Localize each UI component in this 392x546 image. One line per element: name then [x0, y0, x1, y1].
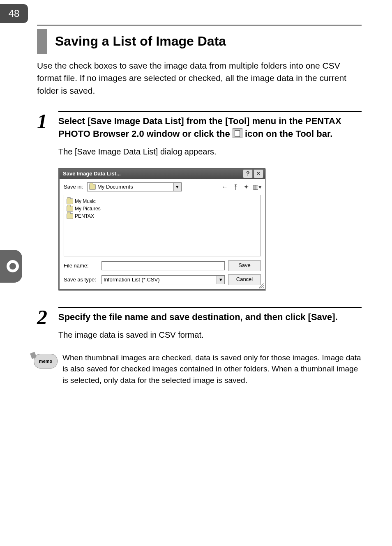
- intro-paragraph: Use the check boxes to save the image da…: [37, 60, 362, 97]
- folder-icon: [67, 198, 73, 204]
- save-in-dropdown[interactable]: My Documents ▾: [87, 182, 182, 191]
- step-1-description: The [Save Image Data List] dialog appear…: [58, 147, 362, 157]
- up-one-level-icon[interactable]: ⭱: [231, 183, 240, 191]
- step-1-number: 1: [37, 111, 58, 157]
- step-1-title: Select [Save Image Data List] from the […: [58, 115, 362, 141]
- help-button[interactable]: ?: [243, 169, 253, 178]
- save-list-toolbar-icon: [233, 128, 242, 138]
- folder-icon: [67, 213, 73, 219]
- file-name-label: File name:: [64, 263, 98, 269]
- page-number: 48: [9, 8, 20, 19]
- save-as-type-dropdown[interactable]: Information List (*.CSV) ▾: [101, 275, 225, 284]
- save-in-value: My Documents: [97, 184, 133, 190]
- step-2-title: Specify the file name and save destinati…: [58, 311, 362, 324]
- section-heading: Saving a List of Image Data: [37, 25, 362, 49]
- list-item[interactable]: My Music: [67, 198, 258, 205]
- file-list-area[interactable]: My Music My Pictures PENTAX: [64, 195, 261, 256]
- memo-text: When thumbnail images are checked, data …: [62, 352, 362, 386]
- save-in-label: Save in:: [64, 184, 83, 190]
- resize-grip-icon[interactable]: [259, 283, 264, 288]
- dialog-title: Save Image Data List...: [63, 170, 242, 177]
- view-menu-icon[interactable]: ▥▾: [253, 183, 261, 191]
- folder-icon: [89, 184, 96, 190]
- close-button[interactable]: ×: [254, 169, 263, 178]
- memo-label: memo: [39, 359, 52, 364]
- save-as-type-label: Save as type:: [64, 276, 98, 283]
- dropdown-arrow-icon[interactable]: ▾: [173, 183, 181, 191]
- folder-icon: [67, 206, 73, 212]
- step-2-number: 2: [37, 307, 58, 340]
- new-folder-icon[interactable]: ✦: [242, 183, 250, 191]
- section-title: Saving a List of Image Data: [37, 27, 362, 49]
- side-tab-marker: [0, 250, 22, 283]
- dialog-titlebar[interactable]: Save Image Data List... ? ×: [60, 168, 265, 179]
- file-name-input[interactable]: [101, 261, 225, 270]
- list-item[interactable]: My Pictures: [67, 205, 258, 212]
- step-2-description: The image data is saved in CSV format.: [58, 330, 362, 340]
- page-number-badge: 48: [0, 4, 28, 23]
- save-image-data-list-dialog: Save Image Data List... ? × Save in: My …: [58, 168, 265, 290]
- back-icon[interactable]: ←: [221, 183, 229, 191]
- memo-icon: memo: [34, 354, 58, 369]
- cancel-button[interactable]: Cancel: [228, 274, 261, 285]
- side-tab-ring: [7, 260, 19, 272]
- save-button[interactable]: Save: [228, 260, 261, 271]
- dropdown-arrow-icon[interactable]: ▾: [217, 276, 224, 284]
- list-item[interactable]: PENTAX: [67, 212, 258, 220]
